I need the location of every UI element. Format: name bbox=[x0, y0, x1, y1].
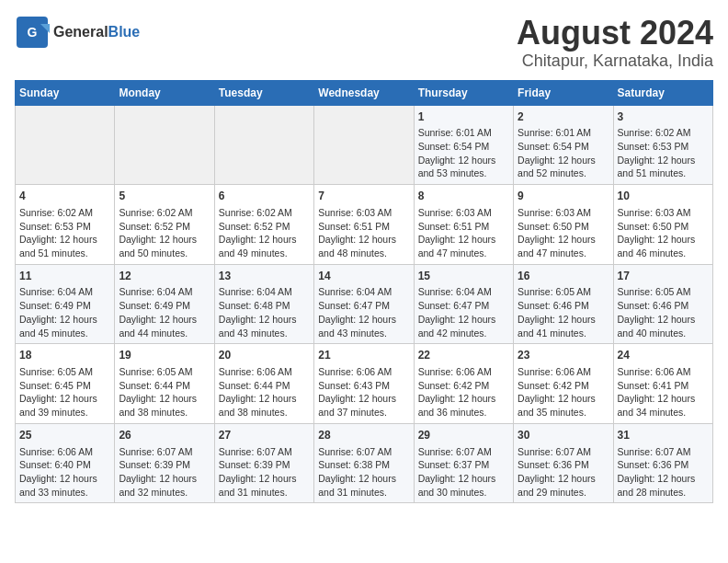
calendar-cell: 11Sunrise: 6:04 AMSunset: 6:49 PMDayligh… bbox=[16, 264, 115, 344]
sunset-text: Sunset: 6:46 PM bbox=[518, 299, 609, 313]
day-number: 22 bbox=[418, 348, 509, 363]
sunset-text: Sunset: 6:53 PM bbox=[19, 220, 110, 234]
sunset-text: Sunset: 6:49 PM bbox=[119, 299, 210, 313]
sunrise-text: Sunrise: 6:04 AM bbox=[119, 285, 210, 299]
sunrise-text: Sunrise: 6:04 AM bbox=[418, 285, 509, 299]
sunrise-text: Sunrise: 6:01 AM bbox=[418, 126, 509, 140]
sunset-text: Sunset: 6:36 PM bbox=[618, 458, 709, 472]
daylight-text: Daylight: 12 hours bbox=[518, 392, 609, 406]
day-number: 13 bbox=[219, 269, 310, 284]
daylight-text: and 50 minutes. bbox=[119, 247, 210, 260]
sunset-text: Sunset: 6:41 PM bbox=[618, 379, 709, 393]
daylight-text: and 40 minutes. bbox=[618, 327, 709, 340]
sunset-text: Sunset: 6:38 PM bbox=[318, 458, 409, 472]
daylight-text: Daylight: 12 hours bbox=[618, 472, 709, 486]
sunset-text: Sunset: 6:53 PM bbox=[618, 140, 709, 154]
calendar-cell: 1Sunrise: 6:01 AMSunset: 6:54 PMDaylight… bbox=[414, 105, 513, 185]
day-number: 20 bbox=[219, 348, 310, 363]
daylight-text: Daylight: 12 hours bbox=[318, 313, 409, 327]
calendar-cell: 22Sunrise: 6:06 AMSunset: 6:42 PMDayligh… bbox=[414, 344, 513, 424]
title-block: August 2024 Chitapur, Karnataka, India bbox=[517, 15, 713, 71]
day-number: 27 bbox=[219, 428, 310, 443]
daylight-text: and 29 minutes. bbox=[518, 486, 609, 500]
calendar-cell: 31Sunrise: 6:07 AMSunset: 6:36 PMDayligh… bbox=[613, 423, 712, 503]
calendar-table: SundayMondayTuesdayWednesdayThursdayFrid… bbox=[15, 80, 713, 504]
calendar-week-5: 25Sunrise: 6:06 AMSunset: 6:40 PMDayligh… bbox=[16, 423, 713, 503]
calendar-cell: 13Sunrise: 6:04 AMSunset: 6:48 PMDayligh… bbox=[214, 264, 313, 344]
sunrise-text: Sunrise: 6:06 AM bbox=[19, 445, 110, 459]
calendar-cell: 24Sunrise: 6:06 AMSunset: 6:41 PMDayligh… bbox=[613, 344, 712, 424]
sunrise-text: Sunrise: 6:02 AM bbox=[618, 126, 709, 140]
daylight-text: and 30 minutes. bbox=[418, 486, 509, 500]
calendar-cell: 2Sunrise: 6:01 AMSunset: 6:54 PMDaylight… bbox=[514, 105, 613, 185]
daylight-text: and 31 minutes. bbox=[219, 486, 310, 500]
daylight-text: Daylight: 12 hours bbox=[418, 313, 509, 327]
page-title: August 2024 bbox=[517, 15, 713, 52]
day-number: 17 bbox=[618, 269, 709, 284]
svg-text:G: G bbox=[28, 25, 38, 40]
daylight-text: and 51 minutes. bbox=[618, 167, 709, 180]
day-number: 29 bbox=[418, 428, 509, 443]
day-number: 26 bbox=[119, 428, 210, 443]
daylight-text: and 51 minutes. bbox=[19, 247, 110, 260]
sunrise-text: Sunrise: 6:01 AM bbox=[518, 126, 609, 140]
daylight-text: Daylight: 12 hours bbox=[19, 233, 110, 247]
sunset-text: Sunset: 6:42 PM bbox=[518, 379, 609, 393]
sunset-text: Sunset: 6:51 PM bbox=[418, 220, 509, 234]
day-number: 3 bbox=[618, 109, 709, 125]
day-number: 25 bbox=[19, 428, 110, 443]
daylight-text: and 44 minutes. bbox=[119, 327, 210, 340]
daylight-text: and 31 minutes. bbox=[318, 486, 409, 500]
daylight-text: and 33 minutes. bbox=[19, 486, 110, 500]
daylight-text: and 48 minutes. bbox=[318, 247, 409, 260]
daylight-text: and 32 minutes. bbox=[119, 486, 210, 500]
day-number: 14 bbox=[318, 269, 409, 284]
day-number: 24 bbox=[618, 348, 709, 363]
daylight-text: Daylight: 12 hours bbox=[119, 392, 210, 406]
calendar-cell: 29Sunrise: 6:07 AMSunset: 6:37 PMDayligh… bbox=[414, 423, 513, 503]
column-header-friday: Friday bbox=[514, 80, 613, 105]
sunrise-text: Sunrise: 6:03 AM bbox=[418, 206, 509, 220]
daylight-text: Daylight: 12 hours bbox=[418, 233, 509, 247]
day-number: 6 bbox=[219, 189, 310, 204]
page-header: G GeneralBlue August 2024 Chitapur, Karn… bbox=[15, 15, 713, 71]
daylight-text: Daylight: 12 hours bbox=[618, 154, 709, 167]
sunset-text: Sunset: 6:48 PM bbox=[219, 299, 310, 313]
sunrise-text: Sunrise: 6:02 AM bbox=[219, 206, 310, 220]
calendar-cell: 14Sunrise: 6:04 AMSunset: 6:47 PMDayligh… bbox=[314, 264, 414, 344]
daylight-text: and 49 minutes. bbox=[219, 247, 310, 260]
calendar-cell: 10Sunrise: 6:03 AMSunset: 6:50 PMDayligh… bbox=[613, 185, 712, 265]
sunrise-text: Sunrise: 6:02 AM bbox=[119, 206, 210, 220]
daylight-text: Daylight: 12 hours bbox=[119, 472, 210, 486]
sunset-text: Sunset: 6:39 PM bbox=[219, 458, 310, 472]
sunset-text: Sunset: 6:42 PM bbox=[418, 379, 509, 393]
sunrise-text: Sunrise: 6:07 AM bbox=[418, 445, 509, 459]
daylight-text: and 36 minutes. bbox=[418, 406, 509, 419]
daylight-text: Daylight: 12 hours bbox=[318, 392, 409, 406]
sunset-text: Sunset: 6:51 PM bbox=[318, 220, 409, 234]
daylight-text: and 41 minutes. bbox=[518, 327, 609, 340]
calendar-cell: 20Sunrise: 6:06 AMSunset: 6:44 PMDayligh… bbox=[214, 344, 313, 424]
daylight-text: and 39 minutes. bbox=[19, 406, 110, 419]
column-header-tuesday: Tuesday bbox=[214, 80, 313, 105]
daylight-text: Daylight: 12 hours bbox=[318, 233, 409, 247]
calendar-cell: 12Sunrise: 6:04 AMSunset: 6:49 PMDayligh… bbox=[115, 264, 214, 344]
sunset-text: Sunset: 6:40 PM bbox=[19, 458, 110, 472]
sunset-text: Sunset: 6:47 PM bbox=[318, 299, 409, 313]
calendar-week-1: 1Sunrise: 6:01 AMSunset: 6:54 PMDaylight… bbox=[16, 105, 713, 185]
daylight-text: and 47 minutes. bbox=[418, 247, 509, 260]
daylight-text: Daylight: 12 hours bbox=[219, 233, 310, 247]
logo-text: GeneralBlue bbox=[53, 24, 140, 40]
calendar-cell: 18Sunrise: 6:05 AMSunset: 6:45 PMDayligh… bbox=[16, 344, 115, 424]
calendar-cell bbox=[314, 105, 414, 185]
calendar-cell: 4Sunrise: 6:02 AMSunset: 6:53 PMDaylight… bbox=[16, 185, 115, 265]
column-header-monday: Monday bbox=[115, 80, 214, 105]
calendar-cell: 8Sunrise: 6:03 AMSunset: 6:51 PMDaylight… bbox=[414, 185, 513, 265]
daylight-text: Daylight: 12 hours bbox=[119, 313, 210, 327]
calendar-cell bbox=[16, 105, 115, 185]
calendar-cell: 15Sunrise: 6:04 AMSunset: 6:47 PMDayligh… bbox=[414, 264, 513, 344]
daylight-text: and 47 minutes. bbox=[518, 247, 609, 260]
sunset-text: Sunset: 6:37 PM bbox=[418, 458, 509, 472]
calendar-cell: 5Sunrise: 6:02 AMSunset: 6:52 PMDaylight… bbox=[115, 185, 214, 265]
daylight-text: Daylight: 12 hours bbox=[518, 154, 609, 167]
